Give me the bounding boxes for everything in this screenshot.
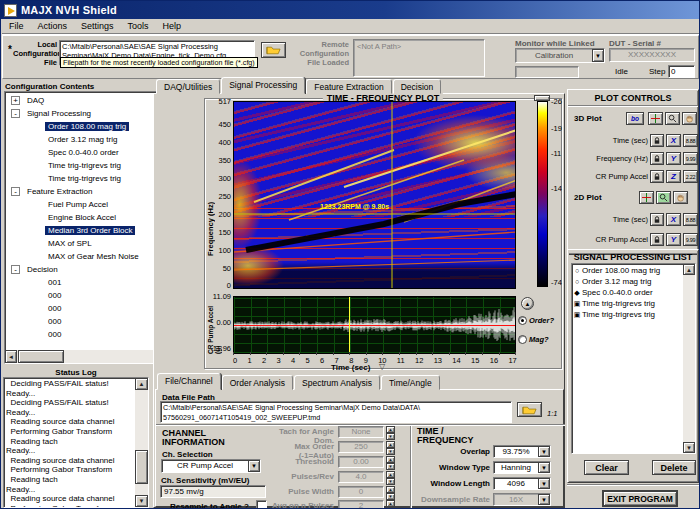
clear-button[interactable]: Clear — [584, 460, 629, 475]
list-scrollbar[interactable]: ▲ ▼ — [683, 264, 695, 453]
expander-icon[interactable]: - — [11, 109, 20, 118]
menu-file[interactable]: File — [2, 20, 31, 32]
app-icon — [4, 4, 17, 17]
tab-file-channel[interactable]: File/Channel — [157, 373, 221, 390]
expander-icon[interactable]: - — [11, 265, 20, 274]
3d-y-autoscale-button[interactable]: 9.99 — [683, 152, 698, 165]
dut-serial-field[interactable]: XXXXXXXXX — [609, 48, 695, 62]
scroll-up-icon[interactable]: ▲ — [683, 264, 695, 275]
mag-radio-icon[interactable] — [518, 335, 527, 344]
colorbar-tick: -19 — [551, 124, 562, 133]
menu-settings[interactable]: Settings — [74, 20, 121, 32]
3d-z-scale-button[interactable]: Z — [666, 170, 681, 183]
color-scale[interactable] — [537, 101, 548, 287]
tab-order-analysis[interactable]: Order Analysis — [222, 375, 293, 390]
ch-selection-dropdown[interactable]: CR Pump Accel ▼ — [161, 459, 261, 473]
scroll-left-icon[interactable]: ◄ — [5, 350, 17, 363]
browse-local-config-button[interactable] — [261, 42, 286, 58]
delete-button[interactable]: Delete — [652, 460, 696, 475]
freq-tick: 200 — [209, 210, 231, 219]
scrollbar-thumb[interactable] — [18, 350, 64, 363]
scrollbar-thumb[interactable] — [135, 450, 148, 484]
order-radio-icon[interactable] — [518, 316, 527, 325]
3d-zoom-tool-icon[interactable] — [665, 112, 680, 125]
freq-tick: 517 — [209, 97, 231, 106]
freq-tick: 0 — [209, 281, 231, 290]
tab-spectrum-analysis[interactable]: Spectrum Analysis — [294, 375, 380, 390]
dropdown-arrow-icon[interactable]: ▼ — [538, 446, 550, 457]
title-bar[interactable]: MAJX NVH Shield — [1, 1, 699, 19]
monitor-linked-label: Monitor while Linked — [515, 39, 595, 48]
colorbar-tick: -14 — [551, 184, 562, 193]
3d-y-lock-icon[interactable] — [650, 152, 664, 165]
tab-daq-utilities[interactable]: DAQ/Utilities — [156, 79, 220, 94]
window-length-dropdown[interactable]: 4096▼ — [493, 477, 551, 490]
list-item[interactable]: ○Order 108.00 mag trig — [572, 265, 695, 276]
time-waveform-plot[interactable] — [233, 296, 516, 354]
tab-feature-extraction[interactable]: Feature Extraction — [306, 79, 391, 94]
ch-selection-label: Ch. Selection — [162, 450, 213, 459]
tach-dropdown: None — [338, 426, 384, 438]
tab-signal-processing[interactable]: Signal Processing — [221, 77, 305, 94]
monitor-linked-dropdown[interactable]: Calibration ▼ — [515, 48, 605, 63]
list-item[interactable]: ▣Time trig-trigrevs trig — [572, 309, 695, 320]
3d-mode-button[interactable]: bo — [626, 112, 644, 125]
waveform-cursor-line[interactable] — [349, 297, 350, 353]
list-item[interactable]: ◆Spec 0.0-40.0 order — [572, 287, 695, 298]
3d-cursor-tool-icon[interactable] — [648, 112, 663, 125]
cursor-up-button[interactable]: ▲ — [521, 297, 534, 310]
2d-y-autoscale-button[interactable]: 9.99 — [683, 233, 698, 246]
plot2d-label: 2D Plot — [574, 193, 602, 202]
menu-help[interactable]: Help — [156, 20, 189, 32]
scroll-down-icon[interactable]: ▼ — [683, 442, 695, 453]
mag-radio-group[interactable]: Mag? — [518, 335, 549, 344]
menu-tools[interactable]: Tools — [121, 20, 156, 32]
2d-x-scale-button[interactable]: X — [666, 213, 681, 226]
list-item[interactable]: ▣Time trig-trigrevs trig — [572, 298, 695, 309]
downsample-label: Downsample Rate — [420, 495, 490, 504]
scale-lock-icon[interactable]: ▽ — [379, 362, 385, 371]
scroll-down-icon[interactable]: ▼ — [135, 495, 148, 507]
3d-x-autoscale-button[interactable]: 8.88 — [683, 134, 698, 147]
2d-x-lock-icon[interactable] — [650, 213, 664, 226]
local-config-label: Local Configuration File — [13, 40, 57, 67]
tab-time-angle[interactable]: Time/Angle — [381, 375, 440, 390]
3d-x-lock-icon[interactable] — [650, 134, 664, 147]
2d-pan-tool-icon[interactable] — [673, 191, 688, 204]
window-title: MAJX NVH Shield — [21, 4, 117, 16]
2d-zoom-tool-icon[interactable] — [656, 191, 671, 204]
overlap-label: Overlap — [420, 447, 490, 456]
accel-tick: 0.00 — [201, 318, 231, 327]
list-item[interactable]: ○Order 3.12 mag trig — [572, 276, 695, 287]
status-log-scrollbar[interactable]: ▲ ▼ — [135, 378, 148, 507]
dropdown-arrow-icon[interactable]: ▼ — [538, 462, 550, 473]
pulses-rev-field: 4.0 — [338, 471, 384, 483]
3d-pan-tool-icon[interactable] — [682, 112, 697, 125]
spectrogram-plot[interactable]: 1233.23RPM @ 9.80s — [233, 101, 516, 289]
3d-z-lock-icon[interactable] — [650, 170, 664, 183]
3d-x-scale-button[interactable]: X — [666, 134, 681, 147]
scroll-up-icon[interactable]: ▲ — [135, 378, 148, 390]
sensitivity-field[interactable]: 97.55 mv/g — [160, 485, 266, 498]
3d-y-scale-button[interactable]: Y — [666, 152, 681, 165]
3d-z-autoscale-button[interactable]: 2.22 — [683, 170, 698, 183]
dropdown-arrow-icon[interactable]: ▼ — [248, 460, 260, 472]
avg-pulses-field: 2 — [338, 500, 384, 509]
step-field[interactable]: 0 — [668, 65, 695, 78]
overlap-dropdown[interactable]: 93.75%▼ — [493, 445, 551, 458]
2d-cursor-tool-icon[interactable] — [639, 191, 654, 204]
expander-icon[interactable]: - — [11, 187, 20, 196]
tab-decision[interactable]: Decision — [393, 79, 442, 94]
2d-y-lock-icon[interactable] — [650, 233, 664, 246]
2d-y-scale-button[interactable]: Y — [666, 233, 681, 246]
2d-x-autoscale-button[interactable]: 8.88 — [683, 213, 698, 226]
dropdown-arrow-icon[interactable]: ▼ — [538, 478, 550, 489]
dropdown-arrow-icon[interactable]: ▼ — [592, 49, 604, 62]
exit-program-button[interactable]: EXIT PROGRAM — [602, 490, 678, 507]
menu-actions[interactable]: Actions — [31, 20, 75, 32]
expander-icon[interactable]: + — [11, 96, 20, 105]
window-type-dropdown[interactable]: Hanning▼ — [493, 461, 551, 474]
data-file-path-field[interactable]: C:\Mtalb\Personal\SAE\SAE Signal Process… — [160, 401, 512, 423]
browse-data-file-button[interactable] — [517, 402, 542, 417]
order-radio-group[interactable]: Order? — [518, 316, 554, 325]
